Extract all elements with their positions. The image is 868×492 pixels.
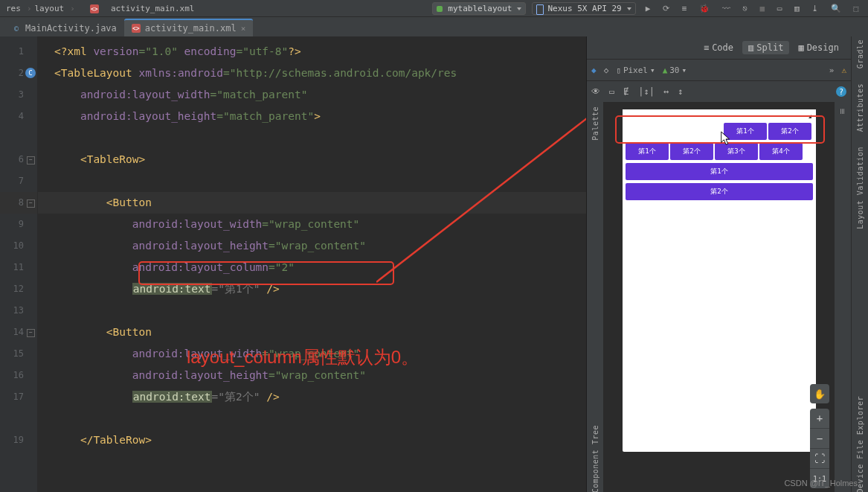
design-toolbar-1: ◆ ◇ ▯ Pixel ▾ ▲ 30 ▾ » ⚠ (587, 60, 851, 80)
warning-icon[interactable]: ⚠ (841, 66, 846, 75)
right-tool-ribbon-inner: ⫼ (834, 102, 851, 492)
table-row: 第1个 (626, 163, 813, 180)
attributes-tab[interactable]: Attributes (856, 83, 864, 132)
fold-icon[interactable]: − (27, 329, 35, 337)
help-icon[interactable]: ? (836, 86, 846, 97)
run-icon[interactable]: ▶ (646, 4, 651, 13)
watermark: CSDN @IT_Holmes (784, 479, 858, 488)
settings-icon[interactable]: ⬚ (853, 4, 858, 13)
xml-icon: <> (132, 24, 141, 33)
api-picker[interactable]: ▲ 30 ▾ (663, 66, 687, 75)
attributes-toggle-icon[interactable]: ⫼ (839, 106, 846, 115)
zoom-controls: + − ⛶ 1:1 (810, 409, 829, 488)
fold-icon[interactable]: − (27, 156, 35, 164)
palette-tab[interactable]: Palette (591, 106, 599, 141)
toolbar-run-icons: ▶ ⟳ ≡ 🐞 〰 ⎋ ■ ▭ ▥ ⤓ 🔍 ⬚ (642, 4, 862, 13)
profiler-icon[interactable]: 〰 (722, 4, 730, 13)
design-toolbar-2: 👁 ▭ Ɇ |↕| ↔ ↕ ? (587, 80, 851, 102)
orientation-icon[interactable]: ◇ (604, 66, 609, 75)
zoom-in-button[interactable]: + (810, 409, 829, 429)
class-gutter-icon[interactable]: C (25, 68, 36, 78)
attach-icon[interactable]: ⎋ (742, 4, 748, 13)
layout-preview[interactable]: 第1个 第2个 第1个 第2个 第3个 第4个 第1个 (604, 102, 834, 492)
tab-mainactivity[interactable]: ©MainActivity.java (4, 19, 124, 36)
device-picker[interactable]: ▯ Pixel ▾ (616, 66, 655, 75)
run-config-dropdown[interactable]: mytablelayout (432, 2, 526, 15)
search-icon[interactable]: 🔍 (831, 4, 841, 13)
device-frame: 第1个 第2个 第1个 第2个 第3个 第4个 第1个 (623, 109, 816, 452)
code-editor[interactable]: <?xml version="1.0" encoding="utf-8"?> <… (38, 36, 586, 492)
java-icon: © (12, 24, 21, 33)
pan-button[interactable]: ✋ (810, 384, 829, 403)
apply-code-icon[interactable]: ≡ (682, 4, 687, 13)
blueprint-icon[interactable]: ▭ (609, 86, 614, 97)
zoom-fit-button[interactable]: ⛶ (810, 449, 829, 469)
crumb-layout[interactable]: layout (35, 4, 65, 13)
annotation-text: layout_column属性默认为0。 (187, 345, 419, 369)
zoom-out-button[interactable]: − (810, 429, 829, 449)
apply-changes-icon[interactable]: ⟳ (663, 4, 669, 13)
design-panel: ≡ Code ▥ Split ▦ Design ◆ ◇ ▯ Pixel ▾ ▲ … (586, 36, 851, 492)
gradle-tab[interactable]: Gradle (856, 39, 864, 68)
autoconnect-icon[interactable]: Ɇ (623, 86, 629, 97)
vguide-icon[interactable]: ↕ (678, 86, 683, 97)
editor-tabs: ©MainActivity.java <>activity_main.xml× (0, 17, 868, 36)
table-row: 第2个 (626, 183, 813, 200)
device-target-dropdown[interactable]: Nexus 5X API 29 (532, 2, 635, 15)
preview-button[interactable]: 第2个 (626, 183, 813, 200)
ide-right-ribbon: Gradle Attributes Layout Validation Devi… (851, 36, 868, 492)
xml-file-icon: <> (83, 0, 106, 16)
hguide-icon[interactable]: ↔ (663, 86, 669, 97)
preview-button[interactable]: 第1个 (626, 143, 669, 160)
debug-icon[interactable]: 🐞 (699, 4, 710, 13)
cursor-icon (719, 130, 733, 147)
line-number-gutter: 1 2C 34 6− 7 8− 910111213 14− 15161719 (0, 36, 38, 492)
margins-icon[interactable]: |↕| (638, 86, 655, 97)
annotation-box-code (138, 261, 394, 285)
design-view-button[interactable]: ▦ Design (792, 41, 845, 54)
code-view-button[interactable]: ≡ Code (698, 41, 739, 54)
sync-icon[interactable]: ⤓ (811, 4, 818, 13)
preview-button[interactable]: 第2个 (670, 143, 713, 160)
crumb-file[interactable]: activity_main.xml (111, 4, 195, 13)
breadcrumb-bar: res› layout› <> activity_main.xml mytabl… (0, 0, 868, 17)
palette-icon[interactable]: ◆ (591, 66, 597, 75)
sdk-icon[interactable]: ▥ (794, 4, 800, 13)
view-mode-bar: ≡ Code ▥ Split ▦ Design (587, 36, 851, 60)
layout-validation-tab[interactable]: Layout Validation (856, 147, 864, 229)
more-icon[interactable]: » (829, 66, 835, 75)
component-tree-tab[interactable]: Component Tree (591, 425, 599, 492)
stop-icon[interactable]: ■ (759, 4, 765, 13)
crumb-res[interactable]: res (6, 4, 21, 13)
fold-icon[interactable]: − (27, 199, 35, 208)
eye-icon[interactable]: 👁 (591, 86, 600, 97)
preview-button[interactable]: 第1个 (626, 163, 813, 180)
tab-activity-main[interactable]: <>activity_main.xml× (124, 19, 253, 36)
avd-icon[interactable]: ▭ (777, 4, 782, 13)
split-view-button[interactable]: ▥ Split (742, 41, 789, 54)
left-tool-ribbon: Palette Component Tree (587, 102, 604, 492)
preview-button[interactable]: 第4个 (759, 143, 803, 160)
close-icon[interactable]: × (241, 24, 246, 33)
device-file-explorer-tab[interactable]: Device File Explorer (856, 396, 864, 492)
